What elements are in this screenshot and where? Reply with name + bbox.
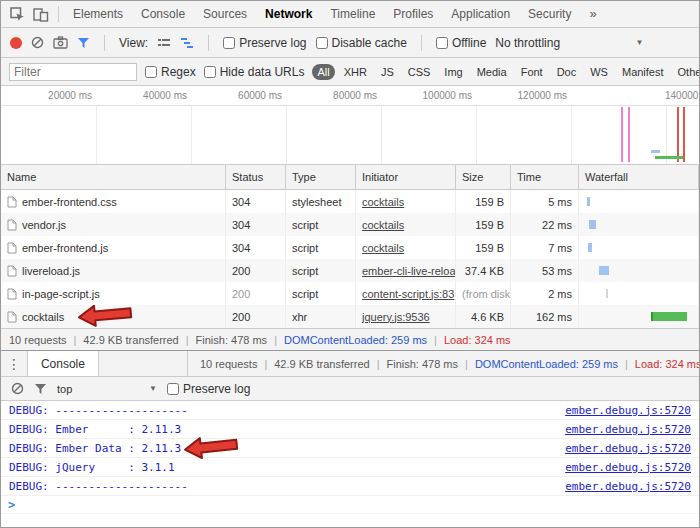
table-row[interactable]: ember-frontend.js 304 script cocktails 1… <box>1 236 699 259</box>
console-preserve-log-checkbox-input[interactable] <box>167 383 179 395</box>
device-toolbar-icon[interactable] <box>29 3 53 25</box>
record-icon[interactable] <box>10 37 22 49</box>
screenshot-camera-icon[interactable] <box>53 36 68 49</box>
column-header-status[interactable]: Status <box>226 165 286 189</box>
disable-cache-checkbox[interactable]: Disable cache <box>316 36 407 50</box>
execution-context-select[interactable]: top ▼ <box>57 383 157 395</box>
filter-pill-media[interactable]: Media <box>472 64 512 80</box>
request-status-cell: 200 <box>226 259 286 282</box>
clear-icon[interactable] <box>31 36 44 49</box>
regex-checkbox-input[interactable] <box>145 66 157 78</box>
filter-pill-doc[interactable]: Doc <box>552 64 582 80</box>
column-header-size[interactable]: Size <box>456 165 511 189</box>
drawer-tab-console[interactable]: Console <box>27 351 99 376</box>
filter-pill-all[interactable]: All <box>312 64 334 80</box>
dropdown-arrow-icon: ▼ <box>149 384 157 393</box>
initiator-link[interactable]: jquery.js:9536 <box>362 311 430 323</box>
initiator-link[interactable]: ember-cli-live-reloa... <box>362 265 456 277</box>
tab-network[interactable]: Network <box>256 1 321 27</box>
view-list-icon[interactable] <box>157 37 171 49</box>
timeline-tick: 120000 ms <box>518 90 571 101</box>
console-prompt[interactable]: > <box>1 496 699 514</box>
request-name-cell: livereload.js <box>1 259 226 282</box>
document-icon <box>7 242 17 254</box>
disable-cache-checkbox-input[interactable] <box>316 37 328 49</box>
initiator-link[interactable]: content-script.js:83 <box>362 288 454 300</box>
throttling-select[interactable]: No throttling ▼ <box>495 36 643 50</box>
column-header-name[interactable]: Name <box>1 165 226 189</box>
console-toolbar: top ▼ Preserve log <box>1 377 699 401</box>
tab-timeline[interactable]: Timeline <box>321 1 384 27</box>
request-size-cell: 159 B <box>456 236 511 259</box>
view-overview-icon[interactable] <box>180 37 194 49</box>
hide-data-urls-checkbox-input[interactable] <box>204 66 216 78</box>
initiator-link[interactable]: cocktails <box>362 242 404 254</box>
request-initiator-cell: cocktails <box>356 213 456 236</box>
table-row[interactable]: vendor.js 304 script cocktails 159 B 22 … <box>1 213 699 236</box>
filter-input[interactable] <box>9 63 137 81</box>
separator: | <box>264 358 267 370</box>
document-icon <box>7 288 17 300</box>
separator <box>58 6 59 22</box>
devtools-window: Elements Console Sources Network Timelin… <box>0 0 700 528</box>
preserve-log-checkbox[interactable]: Preserve log <box>223 36 306 50</box>
clear-console-icon[interactable] <box>11 382 24 395</box>
request-type-cell: script <box>286 259 356 282</box>
more-tabs-icon[interactable]: » <box>580 1 605 27</box>
table-row[interactable]: livereload.js 200 script ember-cli-live-… <box>1 259 699 282</box>
console-source-link[interactable]: ember.debug.js:5720 <box>565 480 691 493</box>
console-message-text: DEBUG: -------------------- <box>9 480 188 493</box>
offline-checkbox[interactable]: Offline <box>436 36 486 50</box>
tab-sources[interactable]: Sources <box>194 1 256 27</box>
tab-application[interactable]: Application <box>442 1 519 27</box>
inspect-element-icon[interactable] <box>5 3 29 25</box>
timeline-gridline <box>476 106 477 164</box>
offline-checkbox-input[interactable] <box>436 37 448 49</box>
table-row[interactable]: ember-frontend.css 304 stylesheet cockta… <box>1 190 699 213</box>
filter-pill-other[interactable]: Other <box>673 64 700 80</box>
console-preserve-log-checkbox[interactable]: Preserve log <box>167 382 250 396</box>
filter-pill-img[interactable]: Img <box>439 64 467 80</box>
network-filter-bar: Regex Hide data URLs All XHR JS CSS Img … <box>1 58 699 86</box>
waterfall-bar <box>588 243 592 252</box>
filter-pill-ws[interactable]: WS <box>585 64 613 80</box>
preserve-log-label: Preserve log <box>239 36 306 50</box>
timeline-event-line <box>621 107 623 162</box>
filter-pill-js[interactable]: JS <box>376 64 399 80</box>
console-source-link[interactable]: ember.debug.js:5720 <box>565 423 691 436</box>
filter-pill-font[interactable]: Font <box>516 64 548 80</box>
console-source-link[interactable]: ember.debug.js:5720 <box>565 404 691 417</box>
network-overview-timeline[interactable]: 20000 ms 40000 ms 60000 ms 80000 ms 1000… <box>1 86 699 165</box>
tab-elements[interactable]: Elements <box>64 1 132 27</box>
tab-profiles[interactable]: Profiles <box>384 1 442 27</box>
console-filter-icon[interactable] <box>34 383 47 395</box>
drawer-menu-icon[interactable]: ⋮ <box>1 351 27 376</box>
table-row[interactable]: in-page-script.js 200 script content-scr… <box>1 282 699 305</box>
preserve-log-checkbox-input[interactable] <box>223 37 235 49</box>
filter-pill-manifest[interactable]: Manifest <box>617 64 669 80</box>
request-name-cell: vendor.js <box>1 213 226 236</box>
tab-security[interactable]: Security <box>519 1 580 27</box>
requests-count: 10 requests <box>9 334 66 346</box>
table-row[interactable]: cocktails 200 xhr jquery.js:9536 4.6 KB … <box>1 305 699 328</box>
filter-pill-css[interactable]: CSS <box>403 64 436 80</box>
filter-funnel-icon[interactable] <box>77 37 90 49</box>
request-time-cell: 162 ms <box>511 305 579 328</box>
console-source-link[interactable]: ember.debug.js:5720 <box>565 461 691 474</box>
separator <box>421 35 422 51</box>
column-header-initiator[interactable]: Initiator <box>356 165 456 189</box>
column-header-time[interactable]: Time <box>511 165 579 189</box>
filter-pill-xhr[interactable]: XHR <box>339 64 372 80</box>
waterfall-cell <box>579 213 699 236</box>
console-source-link[interactable]: ember.debug.js:5720 <box>565 442 691 455</box>
column-header-waterfall[interactable]: Waterfall <box>579 165 699 189</box>
initiator-link[interactable]: cocktails <box>362 196 404 208</box>
waterfall-bar <box>589 220 596 229</box>
hide-data-urls-checkbox[interactable]: Hide data URLs <box>204 65 305 79</box>
request-name-cell: cocktails <box>1 305 226 328</box>
initiator-link[interactable]: cocktails <box>362 219 404 231</box>
tab-console[interactable]: Console <box>132 1 194 27</box>
separator: | <box>73 334 76 346</box>
regex-checkbox[interactable]: Regex <box>145 65 196 79</box>
column-header-type[interactable]: Type <box>286 165 356 189</box>
